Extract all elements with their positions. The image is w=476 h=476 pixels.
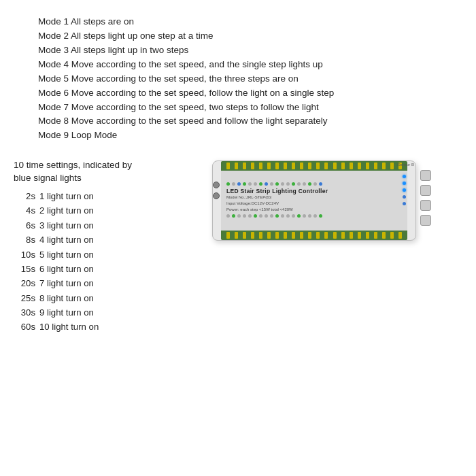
blue-led-indicator bbox=[403, 195, 406, 199]
led-dot bbox=[313, 182, 317, 186]
terminal-pin bbox=[398, 232, 402, 239]
terminal-pin bbox=[374, 232, 377, 239]
terminal-pin bbox=[259, 232, 262, 239]
terminal-pin bbox=[259, 163, 262, 169]
led-dot bbox=[297, 182, 301, 186]
mode-item: Mode 3 All steps light up in two steps bbox=[38, 44, 462, 58]
delay-label: 4 light turn on bbox=[39, 233, 156, 247]
terminal-pin bbox=[235, 232, 238, 239]
controller-body: LED Stair Strip Lighting Controller Mode… bbox=[221, 171, 407, 231]
terminal-pin bbox=[300, 163, 303, 169]
page: Mode 1 All steps are onMode 2 All steps … bbox=[0, 0, 476, 476]
delay-time: 8s bbox=[14, 233, 38, 247]
mode-item: Mode 2 All steps light up one step at a … bbox=[38, 29, 462, 44]
led-dot bbox=[281, 214, 284, 218]
led-dot bbox=[286, 182, 290, 186]
terminal-pin bbox=[292, 163, 295, 169]
terminal-pin bbox=[275, 163, 279, 169]
led-dots-row-2 bbox=[226, 214, 402, 218]
controller-box: LED Stair Strip Lighting Controller Mode… bbox=[212, 160, 416, 241]
led-dot bbox=[275, 182, 279, 186]
blue-led-indicator bbox=[403, 202, 406, 205]
terminal-pin bbox=[243, 163, 246, 169]
terminal-pin bbox=[308, 163, 311, 169]
controller-button[interactable] bbox=[420, 215, 431, 226]
led-dot bbox=[254, 182, 257, 186]
controller-label-row: LED Stair Strip Lighting Controller Mode… bbox=[226, 188, 402, 213]
controller-model: Model No.:JRL-STEP(63 bbox=[226, 194, 328, 201]
led-dot bbox=[313, 214, 317, 218]
delay-description: 10 time settings, indicated by blue sign… bbox=[14, 159, 156, 185]
terminal-pin bbox=[251, 232, 254, 239]
terminal-pin bbox=[358, 163, 361, 169]
terminal-pin bbox=[284, 163, 287, 169]
controller-button[interactable] bbox=[420, 200, 431, 211]
mode-item: Mode 6 Move according to the set speed, … bbox=[38, 86, 462, 101]
led-dot bbox=[248, 182, 252, 186]
set-delay-section: 10 time settings, indicated by blue sign… bbox=[14, 156, 462, 335]
delay-label: 2 light turn on bbox=[39, 203, 156, 218]
controller-title: LED Stair Strip Lighting Controller bbox=[226, 188, 328, 194]
terminal-pin bbox=[366, 232, 369, 239]
terminal-pin bbox=[267, 163, 271, 169]
led-dot bbox=[319, 214, 322, 218]
modes-list: Mode 1 All steps are onMode 2 All steps … bbox=[14, 15, 462, 143]
led-dot bbox=[319, 182, 322, 186]
terminal-pin bbox=[350, 163, 353, 169]
mode-item: Mode 8 Move according to the set speed a… bbox=[38, 114, 462, 129]
delay-label: 1 light turn on bbox=[39, 189, 156, 203]
terminal-pin bbox=[333, 163, 337, 169]
led-dot bbox=[270, 182, 273, 186]
terminal-pin bbox=[308, 232, 311, 239]
led-dot bbox=[254, 214, 257, 218]
terminal-pin bbox=[333, 232, 337, 239]
led-dot bbox=[232, 214, 235, 218]
blue-led-indicator bbox=[403, 182, 406, 185]
led-dot bbox=[243, 182, 246, 186]
led-dot bbox=[308, 182, 311, 186]
led-dot bbox=[308, 214, 311, 218]
led-dot bbox=[275, 214, 279, 218]
delay-left: 10 time settings, indicated by blue sign… bbox=[14, 156, 156, 335]
led-dot bbox=[303, 182, 306, 186]
delay-label: 3 light turn on bbox=[39, 218, 156, 233]
knob-1 bbox=[213, 182, 220, 188]
led-dot bbox=[226, 214, 230, 218]
terminal-pin bbox=[358, 232, 361, 239]
terminal-pin bbox=[390, 163, 394, 169]
led-dot bbox=[297, 214, 301, 218]
terminal-pin bbox=[300, 232, 303, 239]
terminal-pin bbox=[341, 232, 345, 239]
led-dot bbox=[292, 214, 295, 218]
terminal-pin bbox=[251, 163, 254, 169]
delay-table: 2s1 light turn on4s2 light turn on6s3 li… bbox=[14, 189, 156, 335]
set-mode-section: Mode 1 All steps are onMode 2 All steps … bbox=[14, 15, 462, 143]
led-dot bbox=[303, 214, 306, 218]
buttons-column bbox=[420, 170, 431, 226]
delay-time: 15s bbox=[14, 262, 38, 276]
blue-leds-column bbox=[403, 175, 406, 205]
blue-led-indicator bbox=[403, 175, 406, 178]
led-dot bbox=[286, 214, 290, 218]
terminal-pin bbox=[284, 232, 287, 239]
controller-voltage: Input Voltage:DC12V-DC24V bbox=[226, 201, 328, 207]
led-dot bbox=[237, 182, 241, 186]
mode-item: Mode 1 All steps are on bbox=[38, 15, 462, 29]
controller-button[interactable] bbox=[420, 170, 431, 181]
delay-time: 30s bbox=[14, 305, 38, 320]
delay-label: 7 light turn on bbox=[39, 276, 156, 290]
controller-button[interactable] bbox=[420, 185, 431, 196]
terminal-pin bbox=[366, 163, 369, 169]
led-dot bbox=[265, 182, 268, 186]
delay-time: 10s bbox=[14, 248, 38, 262]
controller-power: Power: each step <15W total <420W bbox=[226, 207, 328, 213]
led-dot bbox=[259, 214, 262, 218]
sensor-label: Sensor B bbox=[397, 163, 414, 167]
delay-time: 2s bbox=[14, 189, 38, 203]
delay-label: 10 light turn on bbox=[39, 320, 156, 334]
led-dot bbox=[259, 182, 262, 186]
terminal-pin bbox=[292, 232, 295, 239]
mode-item: Mode 4 Move according to the set speed, … bbox=[38, 58, 462, 72]
led-dot bbox=[232, 182, 235, 186]
terminal-pin bbox=[235, 163, 238, 169]
